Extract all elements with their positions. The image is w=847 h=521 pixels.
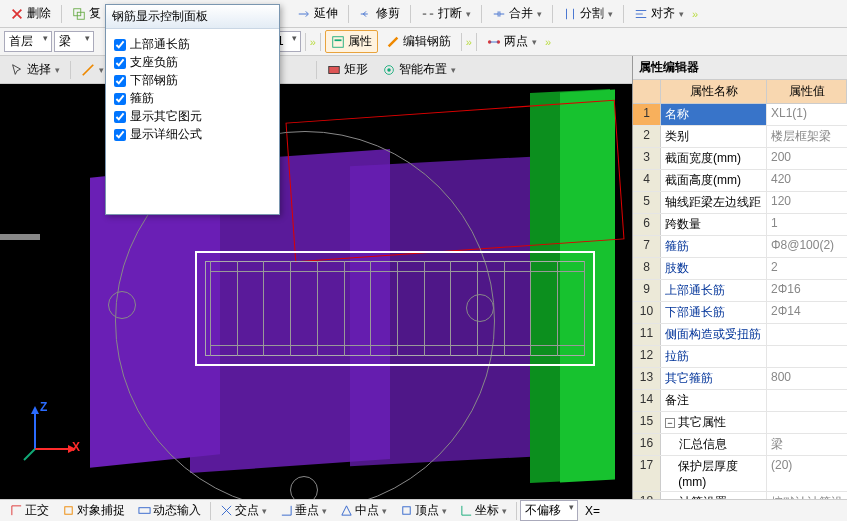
- property-row[interactable]: 18计算设置按默认计算设: [633, 492, 847, 499]
- property-name[interactable]: 肢数: [661, 258, 767, 279]
- floor-select[interactable]: 首层: [4, 31, 52, 52]
- property-row[interactable]: 1名称XL1(1): [633, 104, 847, 126]
- osnap-toggle[interactable]: 对象捕捉: [56, 500, 131, 521]
- property-value[interactable]: 1: [767, 214, 847, 235]
- property-value[interactable]: [767, 324, 847, 345]
- property-value[interactable]: 120: [767, 192, 847, 213]
- property-name[interactable]: 跨数量: [661, 214, 767, 235]
- delete-button[interactable]: 删除: [4, 2, 57, 25]
- overflow-4-icon[interactable]: »: [545, 36, 551, 48]
- property-row[interactable]: 5轴线距梁左边线距120: [633, 192, 847, 214]
- property-name[interactable]: 计算设置: [661, 492, 767, 499]
- property-name[interactable]: −其它属性: [661, 412, 767, 433]
- rebar-checkbox[interactable]: 显示详细公式: [114, 126, 271, 143]
- property-row[interactable]: 6跨数量1: [633, 214, 847, 236]
- property-value[interactable]: [767, 346, 847, 367]
- property-value[interactable]: [767, 412, 847, 433]
- smart-layout-button[interactable]: 智能布置▾: [376, 58, 462, 81]
- property-row[interactable]: 13其它箍筋800: [633, 368, 847, 390]
- property-row-num: 4: [633, 170, 661, 191]
- property-value[interactable]: 按默认计算设: [767, 492, 847, 499]
- copy-button[interactable]: 复: [66, 2, 107, 25]
- property-value[interactable]: 800: [767, 368, 847, 389]
- ortho-toggle[interactable]: 正交: [4, 500, 55, 521]
- property-name[interactable]: 下部通长筋: [661, 302, 767, 323]
- property-rows[interactable]: 1名称XL1(1)2类别楼层框架梁3截面宽度(mm)2004截面高度(mm)42…: [633, 104, 847, 499]
- property-row-num: 14: [633, 390, 661, 411]
- overflow-3-icon[interactable]: »: [466, 36, 472, 48]
- snap-end-toggle[interactable]: 顶点▾: [394, 500, 453, 521]
- coord-toggle[interactable]: 坐标▾: [454, 500, 513, 521]
- trim-button[interactable]: 修剪: [353, 2, 406, 25]
- extend-button[interactable]: 延伸: [291, 2, 344, 25]
- property-value[interactable]: 2Φ16: [767, 280, 847, 301]
- property-name[interactable]: 名称: [661, 104, 767, 125]
- snap-mid-toggle[interactable]: 中点▾: [334, 500, 393, 521]
- property-name[interactable]: 拉筋: [661, 346, 767, 367]
- rebar-checkbox[interactable]: 下部钢筋: [114, 72, 271, 89]
- property-row[interactable]: 9上部通长筋2Φ16: [633, 280, 847, 302]
- property-value[interactable]: XL1(1): [767, 104, 847, 125]
- element-select[interactable]: 梁: [54, 31, 94, 52]
- properties-button[interactable]: 属性: [325, 30, 378, 53]
- property-value[interactable]: [767, 390, 847, 411]
- rebar-checkbox[interactable]: 上部通长筋: [114, 36, 271, 53]
- property-row[interactable]: 14备注: [633, 390, 847, 412]
- snap-cross-toggle[interactable]: 交点▾: [214, 500, 273, 521]
- status-bar: 正交 对象捕捉 动态输入 交点▾ 垂点▾ 中点▾ 顶点▾ 坐标▾ 不偏移 X=: [0, 499, 847, 521]
- merge-button[interactable]: 合并▾: [486, 2, 548, 25]
- property-row[interactable]: 16汇总信息梁: [633, 434, 847, 456]
- rebar-checkbox[interactable]: 箍筋: [114, 90, 271, 107]
- property-value[interactable]: 200: [767, 148, 847, 169]
- property-name[interactable]: 轴线距梁左边线距: [661, 192, 767, 213]
- toolbar-overflow-icon[interactable]: »: [692, 8, 698, 20]
- property-name[interactable]: 截面高度(mm): [661, 170, 767, 191]
- edit-rebar-button[interactable]: 编辑钢筋: [380, 30, 457, 53]
- property-row[interactable]: 17保护层厚度(mm)(20): [633, 456, 847, 492]
- property-row[interactable]: 11侧面构造或受扭筋: [633, 324, 847, 346]
- property-row[interactable]: 7箍筋Φ8@100(2): [633, 236, 847, 258]
- svg-rect-14: [65, 507, 72, 514]
- rect-button[interactable]: 矩形: [321, 58, 374, 81]
- property-name[interactable]: 备注: [661, 390, 767, 411]
- offset-select[interactable]: 不偏移: [520, 500, 578, 521]
- property-name[interactable]: 上部通长筋: [661, 280, 767, 301]
- rebar-panel-title: 钢筋显示控制面板: [106, 5, 279, 29]
- property-value[interactable]: Φ8@100(2): [767, 236, 847, 257]
- property-row[interactable]: 3截面宽度(mm)200: [633, 148, 847, 170]
- property-value[interactable]: 2: [767, 258, 847, 279]
- property-name[interactable]: 截面宽度(mm): [661, 148, 767, 169]
- overflow-2-icon[interactable]: »: [310, 36, 316, 48]
- property-row[interactable]: 4截面高度(mm)420: [633, 170, 847, 192]
- property-name[interactable]: 侧面构造或受扭筋: [661, 324, 767, 345]
- model-viewport[interactable]: Z X: [0, 56, 632, 499]
- property-row[interactable]: 15−其它属性: [633, 412, 847, 434]
- property-value[interactable]: 2Φ14: [767, 302, 847, 323]
- property-row[interactable]: 10下部通长筋2Φ14: [633, 302, 847, 324]
- select-button[interactable]: 选择▾: [4, 58, 66, 81]
- property-value[interactable]: 梁: [767, 434, 847, 455]
- property-name[interactable]: 汇总信息: [661, 434, 767, 455]
- rebar-display-panel[interactable]: 钢筋显示控制面板 上部通长筋支座负筋下部钢筋箍筋显示其它图元显示详细公式: [105, 4, 280, 215]
- align-button[interactable]: 对齐▾: [628, 2, 690, 25]
- split-button[interactable]: 分割▾: [557, 2, 619, 25]
- property-name[interactable]: 类别: [661, 126, 767, 147]
- property-row[interactable]: 2类别楼层框架梁: [633, 126, 847, 148]
- rebar-checkbox[interactable]: 显示其它图元: [114, 108, 271, 125]
- expand-icon[interactable]: −: [665, 418, 675, 428]
- property-name[interactable]: 其它箍筋: [661, 368, 767, 389]
- property-name[interactable]: 箍筋: [661, 236, 767, 257]
- dynamic-input-toggle[interactable]: 动态输入: [132, 500, 207, 521]
- property-row[interactable]: 8肢数2: [633, 258, 847, 280]
- svg-rect-3: [334, 39, 341, 41]
- property-name[interactable]: 保护层厚度(mm): [661, 456, 767, 491]
- two-point-button[interactable]: 两点▾: [481, 30, 543, 53]
- snap-perp-toggle[interactable]: 垂点▾: [274, 500, 333, 521]
- property-row[interactable]: 12拉筋: [633, 346, 847, 368]
- rebar-checkbox[interactable]: 支座负筋: [114, 54, 271, 71]
- property-value[interactable]: 420: [767, 170, 847, 191]
- property-value[interactable]: (20): [767, 456, 847, 491]
- property-value[interactable]: 楼层框架梁: [767, 126, 847, 147]
- break-button[interactable]: 打断▾: [415, 2, 477, 25]
- select-label: 选择: [27, 61, 51, 78]
